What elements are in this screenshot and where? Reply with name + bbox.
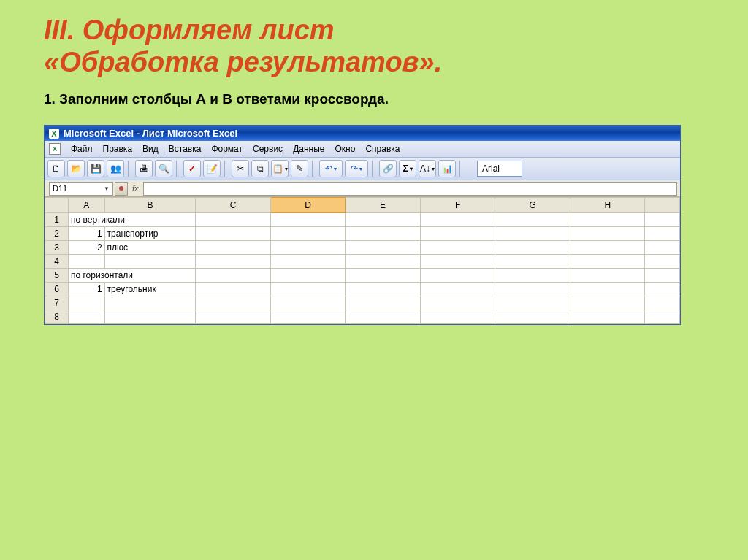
col-header-g[interactable]: G	[495, 198, 570, 213]
cell[interactable]	[346, 296, 421, 310]
cell[interactable]	[495, 213, 570, 227]
cell-b6[interactable]: треугольник	[104, 283, 196, 296]
cell[interactable]	[104, 296, 196, 310]
cell[interactable]	[420, 227, 495, 241]
cell[interactable]	[495, 227, 570, 241]
autosum-button[interactable]: Σ	[399, 160, 416, 177]
cell[interactable]	[104, 255, 196, 269]
copy-button[interactable]: ⧉	[251, 160, 269, 177]
cell[interactable]	[570, 296, 645, 310]
cell[interactable]	[196, 269, 271, 283]
cell[interactable]	[346, 241, 421, 255]
cell-a1[interactable]: по вертикали	[68, 213, 195, 227]
cell-a3[interactable]: 2	[68, 241, 104, 255]
cell[interactable]	[270, 296, 346, 310]
cell[interactable]	[270, 283, 346, 296]
spelling-button[interactable]: ✓	[183, 160, 201, 177]
row-header[interactable]: 7	[45, 296, 69, 310]
cell[interactable]	[270, 310, 346, 324]
cell[interactable]	[645, 310, 680, 324]
cell[interactable]	[270, 213, 346, 227]
col-header-e[interactable]: E	[346, 198, 421, 213]
cell[interactable]	[196, 296, 271, 310]
cell[interactable]	[495, 241, 570, 255]
row-header[interactable]: 6	[45, 283, 69, 296]
new-button[interactable]: 🗋	[47, 160, 65, 177]
col-header-d[interactable]: D	[270, 198, 346, 213]
menu-window[interactable]: Окно	[335, 144, 355, 154]
print-button[interactable]: 🖶	[135, 160, 153, 177]
row-header[interactable]: 8	[45, 310, 69, 324]
paste-button[interactable]: 📋	[271, 160, 289, 177]
undo-button[interactable]: ↶	[319, 160, 343, 177]
cell[interactable]	[196, 255, 271, 269]
cell[interactable]	[570, 255, 645, 269]
cell[interactable]	[570, 269, 645, 283]
preview-button[interactable]: 🔍	[155, 160, 172, 177]
select-all-corner[interactable]	[45, 198, 69, 213]
cell[interactable]	[570, 241, 645, 255]
sort-button[interactable]: A↓	[419, 160, 436, 177]
cell-b2[interactable]: транспортир	[104, 227, 196, 241]
name-box[interactable]: D11 ▼	[49, 182, 113, 196]
cell[interactable]	[420, 296, 495, 310]
cell[interactable]	[645, 296, 680, 310]
cell-a2[interactable]: 1	[68, 227, 104, 241]
hyperlink-button[interactable]: 🔗	[379, 160, 397, 177]
cell[interactable]	[104, 310, 196, 324]
cut-button[interactable]: ✂	[232, 160, 249, 177]
spreadsheet-grid[interactable]: A B C D E F G H 1 по вертикали 2 1 транс…	[45, 197, 680, 324]
menu-insert[interactable]: Вставка	[169, 144, 202, 154]
cell[interactable]	[645, 241, 680, 255]
cell-a5[interactable]: по горизонтали	[68, 269, 195, 283]
open-button[interactable]: 📂	[67, 160, 85, 177]
col-header-h[interactable]: H	[570, 198, 645, 213]
menu-tools[interactable]: Сервис	[253, 144, 283, 154]
menu-help[interactable]: Справка	[365, 144, 400, 154]
row-header[interactable]: 4	[45, 255, 69, 269]
chart-button[interactable]: 📊	[438, 160, 456, 177]
cell[interactable]	[570, 310, 645, 324]
cell[interactable]	[270, 269, 346, 283]
cell[interactable]	[196, 213, 271, 227]
cell[interactable]	[196, 227, 271, 241]
cell[interactable]	[495, 255, 570, 269]
cell-a6[interactable]: 1	[68, 283, 104, 296]
cell[interactable]	[68, 296, 104, 310]
cell[interactable]	[420, 213, 495, 227]
row-header[interactable]: 3	[45, 241, 69, 255]
cell[interactable]	[196, 241, 271, 255]
format-painter-button[interactable]: ✎	[291, 160, 308, 177]
font-selector[interactable]: Arial	[477, 161, 522, 177]
col-header-b[interactable]: B	[104, 198, 196, 213]
row-header[interactable]: 5	[45, 269, 69, 283]
cell[interactable]	[495, 296, 570, 310]
namebox-dropdown-button[interactable]	[115, 182, 128, 196]
cell[interactable]	[420, 269, 495, 283]
cell[interactable]	[495, 269, 570, 283]
cell[interactable]	[645, 269, 680, 283]
menu-format[interactable]: Формат	[211, 144, 243, 154]
menu-edit[interactable]: Правка	[103, 144, 133, 154]
col-header-a[interactable]: A	[68, 198, 104, 213]
cell[interactable]	[495, 310, 570, 324]
col-header-c[interactable]: C	[196, 198, 271, 213]
workbook-icon[interactable]: X	[49, 143, 61, 155]
cell[interactable]	[68, 310, 104, 324]
cell[interactable]	[270, 241, 346, 255]
row-header[interactable]: 2	[45, 227, 69, 241]
menu-file[interactable]: Файл	[71, 144, 93, 154]
cell[interactable]	[570, 283, 645, 296]
cell[interactable]	[645, 283, 680, 296]
col-header-end[interactable]	[645, 198, 680, 213]
cell[interactable]	[420, 255, 495, 269]
cell[interactable]	[346, 283, 421, 296]
cell[interactable]	[495, 283, 570, 296]
row-header[interactable]: 1	[45, 213, 69, 227]
cell[interactable]	[645, 227, 680, 241]
permissions-button[interactable]: 👥	[107, 160, 124, 177]
cell[interactable]	[420, 241, 495, 255]
cell[interactable]	[196, 310, 271, 324]
cell-b3[interactable]: плюс	[104, 241, 196, 255]
cell[interactable]	[570, 213, 645, 227]
